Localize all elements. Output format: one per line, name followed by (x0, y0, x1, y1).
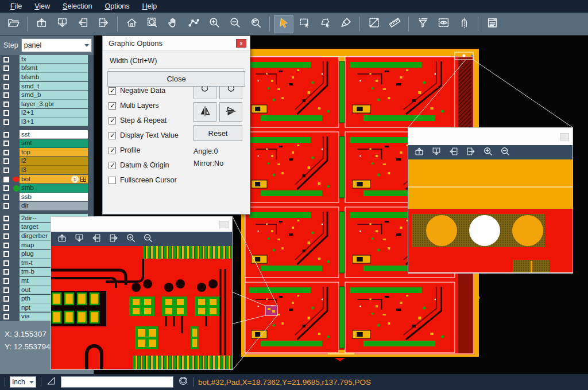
zoom-in-button[interactable] (481, 146, 496, 159)
ruler-button[interactable] (385, 15, 404, 33)
layer-row[interactable]: fx (0, 55, 94, 64)
layer-name[interactable]: dir (20, 202, 88, 210)
page-up-button[interactable] (32, 15, 51, 33)
menu-selection[interactable]: Selection (57, 1, 98, 11)
dialog-close-button[interactable]: Close (107, 71, 245, 87)
menu-help[interactable]: Help (137, 1, 163, 11)
layer-row[interactable]: layer_3.gbr (0, 100, 94, 109)
dialog-title-bar[interactable]: Graphic Options x (103, 36, 250, 51)
magnifier-title-bar[interactable] (51, 217, 232, 232)
zoom-region-button[interactable] (142, 15, 162, 33)
layer-name[interactable]: l2 (20, 157, 88, 166)
layer-grid-icon[interactable] (80, 177, 86, 182)
refresh-icon[interactable] (178, 376, 188, 388)
zoom-out-button[interactable] (225, 15, 245, 33)
layer-row[interactable]: ssb (0, 193, 94, 202)
layer-name[interactable]: bfsmt (20, 64, 88, 73)
reset-button[interactable]: Reset (194, 125, 242, 141)
layer-visibility-checkbox[interactable] (3, 243, 9, 248)
layer-visibility-checkbox[interactable] (3, 278, 9, 284)
clean-brush-button[interactable] (336, 15, 355, 33)
layer-visibility-checkbox[interactable] (3, 287, 9, 293)
layer-row[interactable]: l2+1 (0, 109, 94, 118)
layer-row-active[interactable]: bot1 (0, 175, 94, 184)
layer-visibility-checkbox[interactable] (3, 167, 9, 173)
layer-visibility-checkbox[interactable] (3, 233, 9, 239)
pan-right-button[interactable] (106, 233, 121, 245)
layer-row[interactable]: bfsmt (0, 64, 94, 73)
select-cursor-button[interactable] (274, 15, 293, 33)
layer-visibility-checkbox[interactable] (3, 185, 9, 191)
layer-visibility-checkbox[interactable] (3, 194, 9, 200)
rect-select-button[interactable] (295, 15, 314, 33)
layer-visibility-checkbox[interactable] (3, 296, 9, 302)
flip-horizontal-button[interactable] (194, 102, 216, 122)
checkbox-datum-origin[interactable]: Datum & Origin (109, 158, 192, 173)
pan-left-button[interactable] (89, 233, 104, 245)
layer-row[interactable]: smd_b (0, 91, 94, 100)
checkbox-fullscreen-cursor[interactable]: Fullscreen Cursor (109, 173, 192, 188)
layer-name[interactable]: bfsmb (20, 73, 88, 81)
layer-name[interactable]: smd_t (20, 82, 88, 91)
layer-name[interactable]: ssb (20, 193, 88, 201)
layer-visibility-checkbox[interactable] (3, 150, 9, 155)
layer-name[interactable]: smd_b (20, 91, 88, 100)
pan-up-button[interactable] (55, 233, 69, 245)
zoom-out-button[interactable] (141, 233, 156, 245)
layer-name[interactable]: bot1 (20, 175, 88, 184)
magnifier-view-top[interactable] (408, 159, 572, 272)
polygon-select-button[interactable] (315, 15, 335, 33)
layer-name[interactable]: l3+1 (20, 118, 88, 126)
page-left-button[interactable] (73, 15, 92, 33)
layer-visibility-checkbox[interactable] (3, 65, 9, 71)
layer-visibility-checkbox[interactable] (3, 177, 9, 182)
pan-down-button[interactable] (72, 233, 87, 245)
layer-visibility-checkbox[interactable] (3, 224, 9, 230)
layer-row[interactable]: smt (0, 139, 94, 148)
window-button-icon[interactable] (219, 221, 229, 228)
layer-visibility-checkbox[interactable] (3, 216, 9, 221)
layer-name[interactable]: layer_3.gbr (20, 100, 88, 108)
checkbox-step-repeat[interactable]: Step & Repeat (109, 113, 192, 128)
zoom-in-button[interactable] (204, 15, 224, 33)
layer-visibility-checkbox[interactable] (3, 158, 9, 164)
layer-visibility-checkbox[interactable] (3, 110, 9, 116)
zoom-out-button[interactable] (498, 146, 513, 159)
layer-row[interactable]: dir (0, 202, 94, 211)
snap-hook-button[interactable] (454, 15, 474, 33)
unit-select[interactable]: Inch (10, 376, 36, 388)
magnifier-view-bottom[interactable] (51, 246, 232, 369)
angle-mode-icon[interactable] (46, 376, 56, 388)
page-down-button[interactable] (52, 15, 72, 33)
layer-name[interactable]: top (20, 148, 88, 157)
checkbox-display-text-value[interactable]: Display Text Value (109, 128, 192, 143)
layer-row[interactable]: l2 (0, 157, 94, 166)
layer-visibility-checkbox[interactable] (3, 75, 9, 80)
layer-name[interactable]: fx (20, 55, 88, 64)
layer-name[interactable]: l3 (20, 166, 88, 174)
menu-file[interactable]: File (5, 1, 28, 11)
window-button-icon[interactable] (560, 133, 569, 141)
layer-visibility-checkbox[interactable] (3, 314, 9, 319)
flip-vertical-button[interactable] (219, 102, 242, 122)
layer-visibility-checkbox[interactable] (3, 92, 9, 98)
measure-distance-button[interactable] (364, 15, 384, 33)
zoom-in-button[interactable] (123, 233, 138, 245)
filter-button[interactable] (413, 15, 432, 33)
magnifier-window-top[interactable] (408, 127, 573, 274)
view-region-button[interactable] (434, 15, 453, 33)
layer-visibility-checkbox[interactable] (3, 102, 9, 107)
layer-visibility-checkbox[interactable] (3, 269, 9, 275)
menu-view[interactable]: View (29, 1, 56, 11)
layer-visibility-checkbox[interactable] (3, 119, 9, 125)
layer-visibility-checkbox[interactable] (3, 141, 9, 146)
layer-name[interactable]: l2+1 (20, 109, 88, 118)
measure-path-button[interactable] (184, 15, 203, 33)
layer-name[interactable]: sst (20, 130, 88, 139)
close-icon[interactable]: x (236, 39, 246, 48)
pan-left-button[interactable] (446, 146, 461, 159)
pan-up-button[interactable] (412, 146, 427, 159)
layer-row[interactable]: l3 (0, 166, 94, 175)
zoom-previous-button[interactable] (246, 15, 265, 33)
layer-visibility-checkbox[interactable] (3, 203, 9, 209)
